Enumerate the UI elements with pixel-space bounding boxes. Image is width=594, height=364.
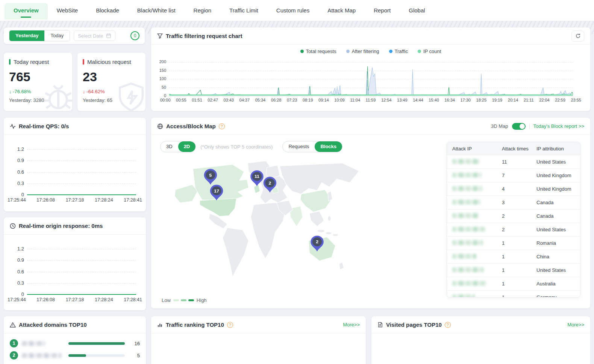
x-tick: 17:27:18 — [66, 197, 84, 203]
legend-label: Total requests — [306, 49, 336, 54]
origin-xticks: 17:25:4417:26:0817:27:1817:28:2417:28:41 — [8, 297, 142, 302]
malicious-request-title: Malicious request — [87, 59, 131, 65]
tab-website[interactable]: WebSite — [48, 3, 87, 20]
y-tick: 0.6 — [10, 269, 24, 275]
date-range-group: Yesterday Today — [9, 30, 70, 41]
tab-report[interactable]: Report — [365, 3, 400, 20]
x-tick: 00:55 — [176, 98, 186, 102]
tab-blockade[interactable]: Blockade — [87, 3, 128, 20]
domain-attack-bar — [68, 342, 125, 345]
yesterday-button[interactable]: Yesterday — [9, 30, 44, 41]
accent-bar — [83, 59, 84, 65]
legend-dot — [418, 50, 421, 53]
select-date-input[interactable]: Select Date — [74, 30, 115, 41]
y-tick: 50 — [153, 85, 166, 89]
x-tick: 05:34 — [255, 98, 266, 102]
table-row: 2Canada — [447, 209, 580, 223]
density-swatch — [188, 299, 194, 301]
x-tick: 02:47 — [208, 98, 218, 102]
ip-attribution-cell: United States — [531, 159, 580, 165]
legend-item-total-requests[interactable]: Total requests — [300, 49, 336, 54]
today-button[interactable]: Today — [44, 30, 70, 41]
x-tick: 17:26:08 — [36, 297, 55, 302]
legend-item-ip-count[interactable]: IP count — [418, 49, 441, 54]
legend-item-after-filtering[interactable]: After filtering — [346, 49, 379, 54]
legend-item-traffic[interactable]: Traffic — [389, 49, 408, 54]
tab-overview[interactable]: Overview — [5, 3, 48, 20]
mode-2d-button[interactable]: 2D — [178, 141, 196, 152]
density-swatch — [173, 299, 179, 301]
tab-black-white-list[interactable]: Black/White list — [128, 3, 185, 20]
table-row: 11United States — [447, 155, 580, 168]
requests-button[interactable]: Requests — [283, 141, 315, 152]
x-tick: 04:37 — [239, 98, 250, 102]
visited-pages-help-icon[interactable]: ? — [445, 322, 451, 328]
map-filter-segment: Requests Blocks — [282, 141, 342, 152]
attack-table-header: Attack IPAttack timesIP attribution — [447, 142, 580, 155]
legend-label: Traffic — [395, 49, 408, 54]
block-report-link[interactable]: Today's Block report >> — [533, 123, 584, 129]
attack-ip-cell — [447, 173, 497, 179]
attack-ip-cell — [447, 254, 497, 260]
map-help-icon[interactable]: ? — [219, 123, 225, 129]
qps-plot: 1.20.90.60.30 — [27, 149, 136, 195]
x-tick: 03:43 — [223, 98, 234, 102]
legend-label: IP count — [423, 49, 441, 54]
traffic-ranking-more-link[interactable]: More>> — [343, 322, 360, 328]
attack-table-body: 11United States7United Kingdom4United Ki… — [447, 155, 580, 297]
svg-text:11: 11 — [255, 174, 259, 179]
attack-ip-cell — [447, 281, 497, 287]
x-tick: 07:23 — [287, 98, 297, 102]
attack-ip-table: Attack IPAttack timesIP attribution 11Un… — [447, 142, 580, 297]
x-tick: 15:40 — [429, 98, 439, 102]
malicious-request-card: Malicious request 23 ↓ -64.62% Yesterday… — [77, 53, 145, 111]
table-row: 7United Kingdom — [447, 168, 580, 182]
visited-pages-more-link[interactable]: More>> — [567, 322, 584, 328]
column-header-attack-ip: Attack IP — [447, 146, 497, 152]
ip-attribution-cell: Australia — [531, 281, 580, 287]
svg-text:17: 17 — [214, 188, 219, 194]
traffic-ranking-title: Traffic ranking TOP10 — [166, 322, 224, 328]
attack-times-cell: 1 — [497, 240, 531, 246]
column-header-ip-attribution: IP attribution — [531, 146, 580, 152]
attacked-domains-card: Attacked domains TOP10 11625 — [4, 316, 146, 364]
grid-line — [27, 184, 136, 184]
x-tick: 17:28:41 — [124, 297, 142, 302]
table-row: 1United States — [447, 263, 580, 277]
traffic-filtering-card: Traffic filtering request chart Total re… — [151, 27, 590, 111]
traffic-ranking-help-icon[interactable]: ? — [227, 322, 233, 328]
x-tick: 20:14 — [508, 98, 518, 102]
ip-attribution-cell: Canada — [531, 213, 580, 219]
attack-times-cell: 1 — [497, 294, 531, 297]
table-row: 1Australia — [447, 277, 580, 290]
tab-attack-map[interactable]: Attack Map — [318, 3, 365, 20]
grid-line — [169, 62, 573, 62]
tab-traffic-limit[interactable]: Traffic Limit — [220, 3, 267, 20]
blurred-ip — [452, 200, 481, 205]
x-tick: 22:04 — [539, 98, 550, 102]
tab-custom-rules[interactable]: Custom rules — [267, 3, 318, 20]
map-3d-toggle[interactable] — [512, 123, 526, 130]
malicious-request-title-row: Malicious request — [83, 59, 140, 65]
refresh-button[interactable] — [571, 30, 584, 42]
legend-low-label: Low — [162, 297, 171, 303]
accent-bar — [9, 59, 11, 65]
domain-attack-bar-fill — [68, 342, 125, 345]
nav-tabs: OverviewWebSiteBlockadeBlack/White listR… — [5, 0, 434, 21]
x-tick: 11:59 — [366, 98, 376, 102]
x-tick: 17:27:18 — [66, 297, 84, 302]
y-tick: 0.9 — [10, 257, 24, 263]
x-tick: 13:49 — [397, 98, 408, 102]
map-density-legend: Low High — [162, 297, 207, 303]
blocks-button[interactable]: Blocks — [315, 141, 342, 152]
funnel-icon — [157, 33, 163, 39]
realtime-origin-card: Real-time origin response: 0ms 1.20.90.6… — [4, 217, 146, 310]
warning-triangle-icon — [10, 322, 16, 328]
y-tick: 0.6 — [10, 169, 24, 175]
x-tick: 21:11 — [524, 98, 534, 102]
mode-3d-button[interactable]: 3D — [161, 141, 178, 152]
tab-region[interactable]: Region — [185, 3, 221, 20]
traffic-xticks: 00:0000:5501:5102:4703:4304:3705:3406:28… — [160, 98, 581, 102]
globe-icon — [157, 123, 163, 129]
tab-global[interactable]: Global — [400, 3, 434, 20]
